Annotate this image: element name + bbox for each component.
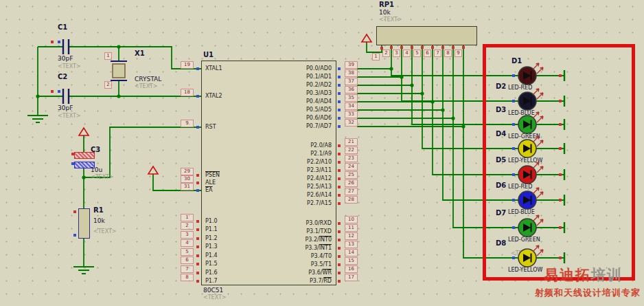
pin-state-square xyxy=(462,46,465,49)
pin-state-square xyxy=(73,234,76,237)
u1-pin-number: 26 xyxy=(345,179,358,187)
pin-state-square xyxy=(512,100,515,102)
u1-pin-name-right: P3.7/RD xyxy=(257,278,332,285)
pin-state-square xyxy=(196,263,199,265)
pin-state-square xyxy=(338,263,341,266)
pin-state-square xyxy=(338,153,341,155)
led-ref: D7 xyxy=(496,209,506,217)
led-ref: D6 xyxy=(496,182,506,189)
u1-pin-name-left: XTAL1 xyxy=(205,65,222,72)
pin-state-square xyxy=(51,90,54,93)
pin-state-square xyxy=(338,84,341,87)
c3-placeholder: <TEXT> xyxy=(91,174,114,180)
u1-pin-number: 14 xyxy=(345,249,358,256)
pin-state-square xyxy=(559,199,562,201)
u1-pin-name-right: P2.0/A8 xyxy=(257,142,332,149)
u1-pin-name-right: P2.4/A12 xyxy=(257,175,332,182)
led-symbol-D7[interactable] xyxy=(509,212,549,243)
u1-pin-number: 13 xyxy=(345,241,358,248)
rp1-pin-number: 7 xyxy=(434,50,441,57)
r1-placeholder: <TEXT> xyxy=(93,228,117,234)
u1-pin-name-right: P3.6/WR xyxy=(257,270,332,276)
u1-pin-number: 2 xyxy=(181,222,194,230)
u1-pin-name-left: P1.3 xyxy=(205,243,218,250)
pin-state-square xyxy=(196,67,199,70)
c1-placeholder: <TEXT> xyxy=(58,63,81,69)
led-ref: D5 xyxy=(496,156,506,164)
x1-pin-number: 2 xyxy=(104,81,112,89)
pin-state-square xyxy=(51,41,54,43)
pin-state-square xyxy=(196,182,199,184)
x1-body xyxy=(113,64,125,78)
pin-state-square xyxy=(452,46,455,49)
component-c3[interactable] xyxy=(73,150,96,171)
pin-state-square xyxy=(196,272,199,274)
pin-state-square xyxy=(338,222,341,225)
pin-state-square xyxy=(338,202,341,205)
c1-ref: C1 xyxy=(58,23,67,31)
pin-state-square xyxy=(196,126,199,129)
crystal-symbol[interactable] xyxy=(111,61,127,80)
rp1-value: 10k xyxy=(379,9,391,16)
component-c1[interactable] xyxy=(59,36,73,58)
u1-pin-number: 15 xyxy=(345,257,358,265)
pin-state-square xyxy=(559,256,562,259)
r1-body[interactable] xyxy=(78,208,90,239)
pin-state-square xyxy=(196,237,199,240)
u1-pin-number: 28 xyxy=(345,196,358,204)
pin-state-square xyxy=(338,272,341,274)
u1-pin-number: 17 xyxy=(345,274,358,281)
u1-pin-number: 16 xyxy=(345,265,358,273)
pin-state-square xyxy=(421,46,424,49)
u1-pin-name-right: P2.1/A9 xyxy=(257,151,332,157)
pin-state-square xyxy=(559,74,562,77)
x1-placeholder: <TEXT> xyxy=(135,83,158,89)
x1-ref: X1 xyxy=(135,50,145,57)
led-ref: D2 xyxy=(496,83,506,90)
pin-state-square xyxy=(338,92,341,95)
u1-pin-name-left: P1.5 xyxy=(205,261,218,267)
pin-state-square xyxy=(338,247,341,250)
u1-pin-number: 9 xyxy=(181,120,194,127)
u1-pin-number: 25 xyxy=(345,171,358,179)
led-ref: D8 xyxy=(496,239,506,247)
u1-pin-number: 3 xyxy=(181,231,194,239)
u1-pin-number: 18 xyxy=(181,89,194,96)
pin-state-square xyxy=(559,147,562,150)
u1-pin-number: 4 xyxy=(181,239,194,247)
pin-state-square xyxy=(338,230,341,233)
u1-pin-name-left: EA xyxy=(205,187,213,194)
u1-pin-name-right: P0.3/AD3 xyxy=(257,90,332,97)
u1-pin-name-right: P2.3/A11 xyxy=(257,167,332,174)
u1-pin-name-right: P2.7/A15 xyxy=(257,200,332,207)
pin-state-square xyxy=(338,186,341,188)
pin-state-square xyxy=(338,109,341,111)
pin-state-square xyxy=(512,173,515,176)
watermark-brand: 易迪拓培训 xyxy=(544,265,623,285)
rp1-pin-number: 8 xyxy=(444,50,452,57)
u1-pin-name-right: P2.5/A13 xyxy=(257,184,332,190)
u1-pin-name-right: P0.2/AD2 xyxy=(257,82,332,89)
u1-pin-name-right: P3.5/T1 xyxy=(257,261,332,268)
rp1-body[interactable] xyxy=(376,26,477,45)
led-ref: D3 xyxy=(496,106,506,113)
u1-ref: U1 xyxy=(203,51,214,58)
pin-state-square xyxy=(338,161,341,164)
component-c2[interactable] xyxy=(59,85,73,107)
pin-state-square xyxy=(338,125,341,128)
u1-pin-name-right: P2.6/A14 xyxy=(257,192,332,199)
pin-state-square xyxy=(441,46,444,49)
u1-pin-name-right: P0.5/AD5 xyxy=(257,107,332,113)
u1-value: 80C51 xyxy=(203,287,223,294)
u1-pin-number: 35 xyxy=(345,94,358,102)
u1-pin-number: 10 xyxy=(345,216,358,223)
pin-state-square xyxy=(390,46,393,49)
u1-pin-number: 19 xyxy=(181,61,194,69)
pin-state-square xyxy=(196,245,199,248)
c2-ref: C2 xyxy=(58,73,67,80)
rp1-ref: RP1 xyxy=(379,1,394,8)
u1-pin-number: 29 xyxy=(181,168,194,175)
pin-state-square xyxy=(512,256,515,259)
u1-pin-name-right: P3.2/INT0 xyxy=(257,237,332,243)
pin-state-square xyxy=(196,220,199,223)
